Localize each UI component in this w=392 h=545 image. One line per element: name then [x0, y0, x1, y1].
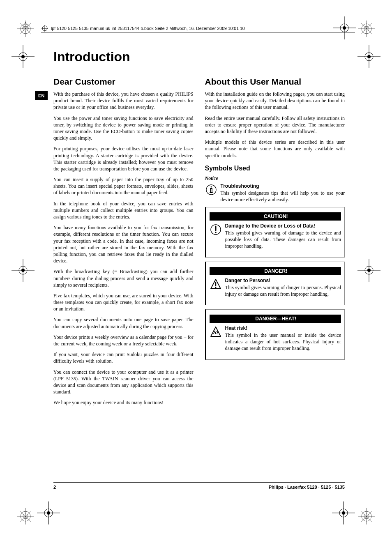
svg-point-33 — [21, 269, 25, 272]
page-number: 2 — [53, 485, 56, 490]
body-paragraph: We hope you enjoy your device and its ma… — [53, 399, 194, 406]
callout-body: This symbol designates tips that will he… — [221, 190, 345, 203]
print-header: lpf-5120-5125-5135-manual-uk-int-2531175… — [41, 25, 355, 32]
crosshair-icon — [357, 45, 380, 68]
symbols-used-heading: Symbols Used — [205, 165, 345, 172]
danger-banner: DANGER! — [210, 267, 341, 275]
notice-callout: Troubleshooting This symbol designates t… — [205, 183, 345, 203]
svg-point-41 — [367, 55, 371, 58]
body-paragraph: With the purchase of this device, you ha… — [53, 91, 194, 111]
crosshair-icon — [332, 501, 355, 524]
book-icon — [41, 25, 48, 32]
crosshair-icon — [12, 259, 35, 282]
about-manual-heading: About this User Manual — [205, 77, 345, 87]
svg-point-61 — [215, 232, 217, 233]
svg-point-29 — [21, 55, 25, 58]
right-column: About this User Manual With the installa… — [205, 76, 345, 410]
callout-title: Troubleshooting — [221, 183, 345, 189]
crosshair-icon — [37, 501, 60, 524]
body-paragraph: In the telephone book of your device, yo… — [53, 200, 194, 221]
danger-block: DANGER! Danger to Persons! This symbol g… — [205, 262, 345, 305]
crosshair-icon — [12, 45, 35, 68]
body-paragraph: With the broadcasting key (= Broadcastin… — [53, 268, 194, 288]
registration-mark-icon — [358, 508, 375, 524]
dear-customer-heading: Dear Customer — [53, 77, 194, 87]
body-paragraph: If you want, your device can print Sudok… — [53, 351, 194, 364]
svg-point-45 — [367, 269, 371, 272]
crosshair-icon — [357, 259, 380, 282]
danger-heat-banner: DANGER—HEAT! — [210, 315, 341, 323]
callout-title: Damage to the Device or Loss of Data! — [225, 223, 341, 229]
body-paragraph: With the installation guide on the follo… — [205, 91, 345, 111]
chapter-title: Introduction — [53, 49, 345, 64]
body-paragraph: Read the entire user manual carefully. F… — [205, 115, 345, 135]
caution-banner: CAUTION! — [210, 212, 341, 221]
body-paragraph: You can copy several documents onto one … — [53, 316, 194, 329]
body-paragraph: Five fax templates, which you can use, a… — [53, 292, 194, 313]
body-paragraph: Your device prints a weekly overview as … — [53, 334, 194, 347]
exclamation-circle-icon — [210, 223, 222, 250]
body-paragraph: For printing purposes, your device utili… — [53, 145, 194, 172]
language-tab: EN — [35, 91, 48, 100]
svg-point-64 — [215, 287, 216, 288]
svg-point-49 — [342, 511, 345, 515]
registration-mark-icon — [358, 21, 375, 37]
svg-marker-65 — [211, 327, 221, 336]
callout-body: This symbol gives warning of danger to p… — [225, 284, 341, 297]
svg-line-6 — [25, 22, 29, 29]
body-paragraph: You can connect the device to your compu… — [53, 369, 194, 396]
callout-title: Danger to Persons! — [225, 278, 341, 283]
header-text: lpf-5120-5125-5135-manual-uk-int-2531175… — [51, 26, 245, 31]
svg-point-37 — [47, 511, 50, 515]
body-paragraph: Multiple models of this device series ar… — [205, 139, 345, 159]
callout-body: This symbol gives warning of damage to t… — [225, 230, 341, 250]
body-paragraph: You have many functions available to you… — [53, 224, 194, 264]
callout-title: Heat risk! — [225, 325, 341, 331]
registration-mark-icon — [17, 508, 34, 524]
page-footer: 2 Philips · Laserfax 5120 · 5125 · 5135 — [53, 482, 345, 490]
page-content: Introduction Dear Customer With the purc… — [53, 49, 345, 496]
body-paragraph: You can insert a supply of paper into th… — [53, 176, 194, 196]
body-paragraph: You use the power and toner saving funct… — [53, 115, 194, 142]
paragraph-text: You use the power and toner saving funct… — [53, 115, 194, 141]
registration-mark-icon — [17, 21, 34, 37]
caution-block: CAUTION! Damage to the Device or Loss of… — [205, 207, 345, 258]
product-line: Philips · Laserfax 5120 · 5125 · 5135 — [269, 485, 345, 490]
heat-triangle-icon — [210, 325, 222, 352]
info-icon — [205, 183, 217, 203]
svg-line-7 — [22, 22, 25, 29]
callout-body: This symbol in the user manual or inside… — [225, 332, 341, 352]
warning-triangle-icon — [210, 278, 222, 297]
notice-label: Notice — [205, 175, 345, 182]
svg-point-58 — [210, 186, 212, 187]
left-column: Dear Customer With the purchase of this … — [53, 76, 194, 410]
danger-heat-block: DANGER—HEAT! Heat risk! This symbol in t… — [205, 309, 345, 360]
